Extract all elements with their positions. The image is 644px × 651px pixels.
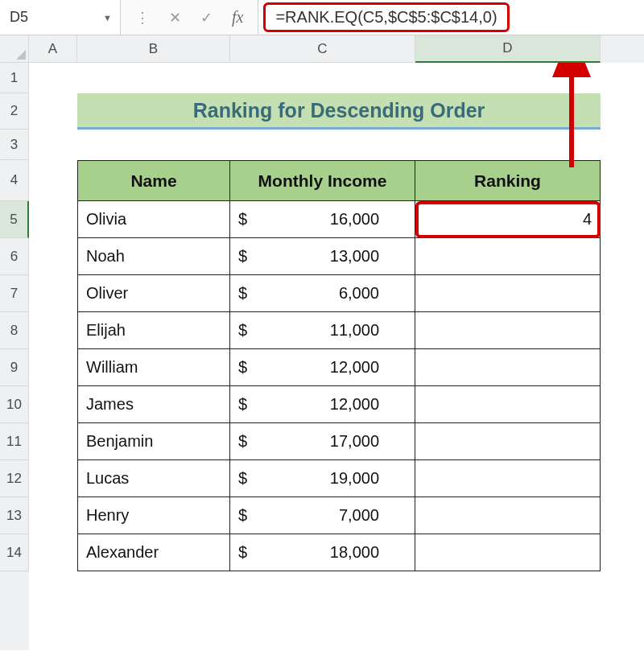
row-header-7[interactable]: 7 bbox=[0, 275, 29, 312]
col-header-A[interactable]: A bbox=[29, 35, 77, 63]
cell-name[interactable]: Benjamin bbox=[77, 423, 230, 460]
data-table: Name Monthly Income Ranking Olivia$16,00… bbox=[77, 160, 601, 571]
column-headers: A B C D bbox=[0, 35, 644, 63]
table-header-row: Name Monthly Income Ranking bbox=[77, 160, 601, 201]
income-amount: 19,000 bbox=[250, 469, 407, 488]
table-row: James$12,000 bbox=[77, 386, 601, 423]
cell-name[interactable]: Olivia bbox=[77, 201, 230, 238]
cell-rank[interactable] bbox=[415, 312, 601, 349]
cell-income[interactable]: $19,000 bbox=[230, 460, 415, 497]
formula-bar-icons: ⋮ ✕ ✓ fx bbox=[121, 0, 258, 35]
income-amount: 12,000 bbox=[250, 358, 407, 377]
currency-symbol: $ bbox=[238, 432, 247, 451]
table-row: William$12,000 bbox=[77, 349, 601, 386]
row-header-3[interactable]: 3 bbox=[0, 130, 29, 160]
cell-income[interactable]: $16,000 bbox=[230, 201, 415, 238]
history-icon[interactable]: ⋮ bbox=[135, 9, 150, 27]
th-name[interactable]: Name bbox=[77, 160, 230, 201]
table-row: Oliver$6,000 bbox=[77, 275, 601, 312]
formula-input[interactable]: =RANK.EQ(C5,$C$5:$C$14,0) bbox=[263, 2, 509, 32]
income-amount: 7,000 bbox=[250, 506, 407, 525]
row-header-2[interactable]: 2 bbox=[0, 93, 29, 130]
cell-rank[interactable]: 4 bbox=[415, 201, 601, 238]
currency-symbol: $ bbox=[238, 284, 247, 303]
cell-rank[interactable] bbox=[415, 460, 601, 497]
currency-symbol: $ bbox=[238, 469, 247, 488]
formula-input-wrap: =RANK.EQ(C5,$C$5:$C$14,0) bbox=[258, 0, 644, 35]
cell-rank[interactable] bbox=[415, 238, 601, 275]
cell-name[interactable]: Elijah bbox=[77, 312, 230, 349]
cell-name[interactable]: Noah bbox=[77, 238, 230, 275]
income-amount: 12,000 bbox=[250, 395, 407, 414]
row-header-14[interactable]: 14 bbox=[0, 534, 29, 571]
row-header-11[interactable]: 11 bbox=[0, 423, 29, 460]
th-rank[interactable]: Ranking bbox=[415, 160, 601, 201]
table-row: Benjamin$17,000 bbox=[77, 423, 601, 460]
income-amount: 18,000 bbox=[250, 543, 407, 562]
currency-symbol: $ bbox=[238, 321, 247, 340]
row-header-9[interactable]: 9 bbox=[0, 349, 29, 386]
cell-name[interactable]: Oliver bbox=[77, 275, 230, 312]
row-headers: 1 2 3 4 5 6 7 8 9 10 11 12 13 14 bbox=[0, 63, 29, 650]
income-amount: 11,000 bbox=[250, 321, 407, 340]
enter-icon[interactable]: ✓ bbox=[200, 9, 213, 27]
cell-income[interactable]: $6,000 bbox=[230, 275, 415, 312]
spreadsheet: A B C D 1 2 3 4 5 6 7 8 9 10 11 12 13 14… bbox=[0, 35, 644, 650]
col-header-D[interactable]: D bbox=[415, 35, 601, 63]
cell-income[interactable]: $17,000 bbox=[230, 423, 415, 460]
income-amount: 13,000 bbox=[250, 247, 407, 266]
table-row: Olivia$16,0004 bbox=[77, 201, 601, 238]
page-title: Ranking for Descending Order bbox=[77, 93, 601, 130]
row-header-10[interactable]: 10 bbox=[0, 386, 29, 423]
cell-rank[interactable] bbox=[415, 423, 601, 460]
col-header-C[interactable]: C bbox=[230, 35, 415, 63]
income-amount: 6,000 bbox=[250, 284, 407, 303]
name-box-value: D5 bbox=[10, 9, 28, 26]
currency-symbol: $ bbox=[238, 247, 247, 266]
cell-name[interactable]: Henry bbox=[77, 497, 230, 534]
th-income[interactable]: Monthly Income bbox=[230, 160, 415, 201]
cell-income[interactable]: $7,000 bbox=[230, 497, 415, 534]
cells-area[interactable]: Ranking for Descending Order Name Monthl… bbox=[29, 63, 601, 650]
table-body: Olivia$16,0004Noah$13,000Oliver$6,000Eli… bbox=[77, 201, 601, 571]
cell-rank[interactable] bbox=[415, 386, 601, 423]
cell-name[interactable]: William bbox=[77, 349, 230, 386]
select-all-corner[interactable] bbox=[0, 35, 29, 63]
currency-symbol: $ bbox=[238, 395, 247, 414]
cell-rank[interactable] bbox=[415, 275, 601, 312]
dropdown-icon[interactable]: ▼ bbox=[103, 13, 112, 23]
table-row: Noah$13,000 bbox=[77, 238, 601, 275]
table-row: Elijah$11,000 bbox=[77, 312, 601, 349]
cancel-icon[interactable]: ✕ bbox=[169, 9, 181, 27]
cell-name[interactable]: James bbox=[77, 386, 230, 423]
cell-income[interactable]: $13,000 bbox=[230, 238, 415, 275]
title-text: Ranking for Descending Order bbox=[193, 99, 485, 122]
income-amount: 16,000 bbox=[250, 210, 407, 229]
cell-income[interactable]: $11,000 bbox=[230, 312, 415, 349]
table-row: Henry$7,000 bbox=[77, 497, 601, 534]
cell-income[interactable]: $18,000 bbox=[230, 534, 415, 571]
row-header-13[interactable]: 13 bbox=[0, 497, 29, 534]
name-box[interactable]: D5 ▼ bbox=[0, 0, 121, 35]
row-header-1[interactable]: 1 bbox=[0, 63, 29, 93]
cell-rank[interactable] bbox=[415, 534, 601, 571]
row-header-6[interactable]: 6 bbox=[0, 238, 29, 275]
currency-symbol: $ bbox=[238, 543, 247, 562]
cell-name[interactable]: Alexander bbox=[77, 534, 230, 571]
cell-rank[interactable] bbox=[415, 349, 601, 386]
currency-symbol: $ bbox=[238, 506, 247, 525]
fx-icon[interactable]: fx bbox=[232, 8, 243, 27]
cell-income[interactable]: $12,000 bbox=[230, 349, 415, 386]
currency-symbol: $ bbox=[238, 358, 247, 377]
table-row: Lucas$19,000 bbox=[77, 460, 601, 497]
cell-name[interactable]: Lucas bbox=[77, 460, 230, 497]
formula-text: =RANK.EQ(C5,$C$5:$C$14,0) bbox=[275, 8, 497, 26]
row-header-12[interactable]: 12 bbox=[0, 460, 29, 497]
row-header-4[interactable]: 4 bbox=[0, 160, 29, 201]
currency-symbol: $ bbox=[238, 210, 247, 229]
row-header-8[interactable]: 8 bbox=[0, 312, 29, 349]
cell-rank[interactable] bbox=[415, 497, 601, 534]
col-header-B[interactable]: B bbox=[77, 35, 230, 63]
row-header-5[interactable]: 5 bbox=[0, 201, 29, 238]
cell-income[interactable]: $12,000 bbox=[230, 386, 415, 423]
